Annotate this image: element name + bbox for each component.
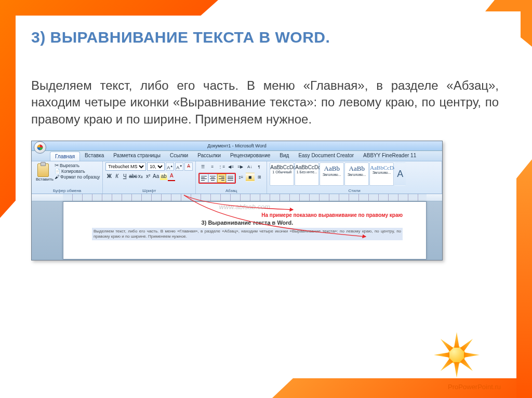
clear-format-button[interactable]: A̶: [184, 162, 193, 171]
linespacing-button[interactable]: ‡≡: [236, 173, 245, 182]
tab-abbyy[interactable]: ABBYY FineReader 11: [358, 151, 421, 161]
style-normal[interactable]: AaBbCcDc1 Обычный: [270, 162, 294, 186]
tab-view[interactable]: Вид: [275, 151, 294, 161]
align-right-button[interactable]: [217, 174, 226, 183]
brush-icon: [55, 174, 59, 180]
group-clipboard-label: Буфер обмена: [34, 188, 100, 193]
showmarks-button[interactable]: ¶: [255, 162, 263, 171]
paste-button[interactable]: Вставить: [34, 162, 52, 183]
formatpainter-button[interactable]: Формат по образцу: [55, 174, 100, 180]
grow-font-button[interactable]: A▲: [166, 162, 174, 171]
copy-icon: [55, 169, 60, 174]
tab-references[interactable]: Ссылки: [165, 151, 193, 161]
style-name: 1 Обычный: [270, 170, 294, 174]
style-h1[interactable]: AaBbЗаголово...: [320, 162, 344, 186]
style-h3[interactable]: AaBbCcDcЗаголово...: [369, 162, 394, 186]
highlight-button[interactable]: ab: [160, 173, 167, 180]
style-sample: AaBbCcDc: [295, 164, 318, 170]
case-button[interactable]: Aa: [152, 173, 159, 180]
office-button[interactable]: [34, 141, 46, 154]
document-area: www.abfsab.com На примере показано вырав…: [32, 194, 442, 260]
superscript-button[interactable]: x²: [144, 173, 152, 180]
group-paragraph: ☰ ≡ ⋮≡ ◀≡ ≡▶ A↓ ¶: [196, 161, 267, 194]
group-styles: AaBbCcDc1 Обычный AaBbCcDc1 Без инте... …: [267, 161, 442, 194]
style-h2[interactable]: AaBbЗаголово...: [344, 162, 369, 186]
alignment-highlight: [198, 173, 236, 184]
style-name: Заголово...: [320, 173, 343, 176]
style-h4[interactable]: A: [394, 162, 406, 186]
style-name: 1 Без инте...: [295, 170, 318, 174]
format-label: Формат по образцу: [60, 174, 100, 180]
group-paragraph-label: Абзац: [198, 188, 264, 193]
ribbon: Вставить Вырезать Копировать Формат по о…: [32, 161, 442, 194]
copy-label: Копировать: [61, 169, 85, 174]
multilevel-button[interactable]: ⋮≡: [217, 162, 226, 171]
callout-arrow-2: [176, 194, 374, 252]
style-name: Заголово...: [370, 171, 393, 174]
paste-label: Вставить: [36, 177, 50, 182]
fontcolor-button[interactable]: A: [168, 173, 175, 181]
align-justify-button[interactable]: [226, 174, 235, 183]
tab-home[interactable]: Главная: [50, 152, 80, 161]
tab-review[interactable]: Рецензирование: [225, 151, 275, 161]
style-sample: AaBb: [345, 164, 368, 173]
indent-button[interactable]: ≡▶: [236, 162, 245, 171]
shading-button[interactable]: ◼: [246, 173, 255, 182]
cut-button[interactable]: Вырезать: [55, 162, 100, 168]
outdent-button[interactable]: ◀≡: [227, 162, 235, 171]
font-name-select[interactable]: Trebuchet MS: [105, 162, 146, 171]
scissors-icon: [55, 162, 59, 168]
tab-insert[interactable]: Вставка: [80, 151, 109, 161]
tab-mailings[interactable]: Рассылки: [193, 151, 225, 161]
style-sample: AaBb: [320, 164, 343, 173]
credit-link: ProPowerPoint.ru: [448, 383, 501, 391]
style-nospacing[interactable]: AaBbCcDc1 Без инте...: [295, 162, 319, 186]
underline-button[interactable]: Ч: [121, 173, 128, 180]
bullets-button[interactable]: ☰: [198, 162, 207, 171]
word-screenshot: Документ1 - Microsoft Word Главная Встав…: [31, 141, 443, 260]
borders-button[interactable]: ⊞: [255, 173, 264, 182]
group-styles-label: Стили: [270, 188, 439, 193]
subscript-button[interactable]: x₂: [137, 173, 144, 180]
cut-label: Вырезать: [60, 163, 79, 168]
style-sample: AaBbCcDc: [270, 164, 294, 170]
tab-easydoc[interactable]: Easy Document Creator: [294, 151, 358, 161]
style-sample: AaBbCcDc: [370, 164, 393, 171]
bold-button[interactable]: Ж: [105, 173, 113, 180]
shrink-font-button[interactable]: A▼: [175, 162, 183, 171]
slide-body: Выделяем текст, либо его часть. В меню «…: [31, 77, 499, 128]
tab-pagelayout[interactable]: Разметка страницы: [109, 151, 165, 161]
copy-button[interactable]: Копировать: [55, 169, 100, 174]
italic-button[interactable]: К: [113, 173, 121, 180]
group-font-label: Шрифт: [105, 188, 193, 193]
align-left-button[interactable]: [200, 174, 208, 183]
sun-logo: [428, 326, 485, 383]
align-center-button[interactable]: [208, 174, 217, 183]
slide-title: 3) Выравнивание текста в Word.: [31, 29, 506, 46]
window-title-text: Документ1 - Microsoft Word: [207, 143, 266, 148]
sort-button[interactable]: A↓: [245, 162, 254, 171]
window-titlebar: Документ1 - Microsoft Word: [32, 141, 442, 151]
font-size-select[interactable]: 10,5: [147, 162, 165, 171]
ribbon-tabs: Главная Вставка Разметка страницы Ссылки…: [32, 151, 442, 161]
strike-button[interactable]: abc: [129, 173, 136, 180]
group-clipboard: Вставить Вырезать Копировать Формат по о…: [32, 161, 103, 194]
group-font: Trebuchet MS 10,5 A▲ A▼ A̶ Ж К Ч abc x₂ …: [103, 161, 196, 194]
style-name: Заголово...: [345, 173, 368, 176]
numbering-button[interactable]: ≡: [208, 162, 217, 171]
